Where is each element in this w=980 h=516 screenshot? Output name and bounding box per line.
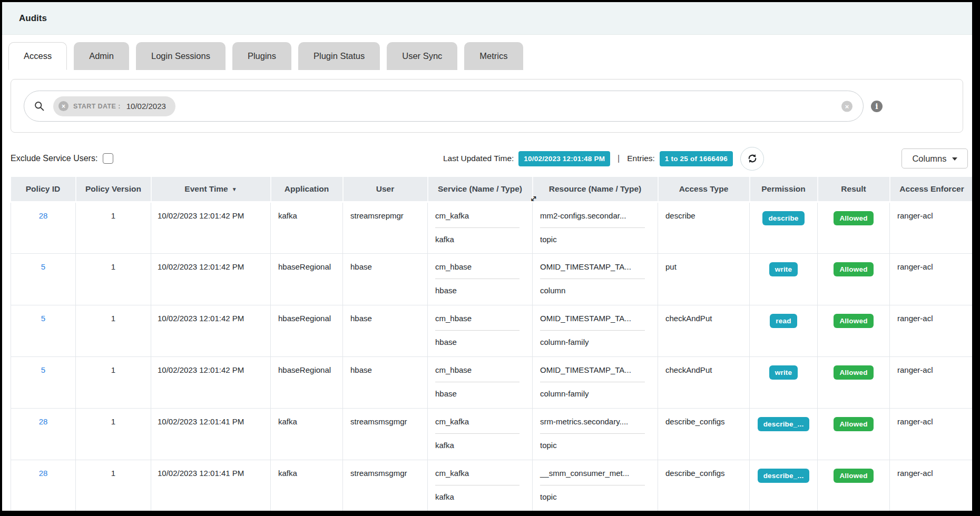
policy-version-cell: 1 [76,202,151,253]
search-panel: × START DATE : 10/02/2023 × i [11,79,963,133]
result-badge: Allowed [834,365,873,380]
tab-access[interactable]: Access [8,42,67,70]
resource-type: column-family [540,389,652,398]
policy-version-cell: 1 [76,460,151,511]
policy-version-cell: 1 [76,356,151,408]
exclude-service-users-label: Exclude Service Users: [11,154,97,163]
column-header-policy-id[interactable]: Policy ID [11,177,76,202]
access-enforcer-cell: ranger-acl [890,305,973,356]
columns-button[interactable]: Columns [901,148,968,168]
access-enforcer-cell: ranger-acl [890,408,973,460]
exclude-service-users-checkbox[interactable] [103,153,113,164]
user-cell: hbase [343,253,428,305]
service-divider [435,485,520,485]
result-badge-cell: Allowed [818,408,890,460]
audits-page: Audits AccessAdminLogin SessionsPluginsP… [2,2,972,511]
tab-admin[interactable]: Admin [74,42,129,70]
page-header-band: Audits [2,2,972,35]
info-icon[interactable]: i [871,101,883,112]
tag-remove-icon[interactable]: × [58,101,68,111]
service-divider [435,330,520,331]
tab-plugin-status[interactable]: Plugin Status [298,42,380,70]
user-cell: streamsrepmgr [343,202,428,253]
columns-button-label: Columns [912,154,946,164]
toolbar-right-group: Last Updated Time: 10/02/2023 12:01:48 P… [443,147,968,171]
permission-badge-cell: describe [750,202,818,253]
result-badge-cell: Allowed [818,202,890,253]
column-header-label: Resource (Name / Type) [549,184,641,193]
service-cell: cm_hbasehbase [428,356,533,408]
last-updated-badge: 10/02/2023 12:01:48 PM [518,151,610,166]
column-header-access-type[interactable]: Access Type [658,177,750,202]
resource-type: topic [540,235,652,244]
event-time-cell: 10/02/2023 12:01:42 PM [151,305,271,356]
filter-tag-label: START DATE : [73,103,121,110]
refresh-button[interactable] [740,147,764,171]
resource-type: topic [540,441,652,450]
column-header-permission[interactable]: Permission [750,177,818,202]
result-badge: Allowed [834,262,873,276]
permission-badge-cell: read [750,305,818,356]
column-header-access-enforcer[interactable]: Access Enforcer [890,177,973,202]
tab-login-sessions[interactable]: Login Sessions [136,42,226,70]
column-header-policy-version[interactable]: Policy Version [76,177,151,202]
policy-id-link[interactable]: 28 [39,211,48,220]
service-name: cm_kafka [435,211,527,220]
event-time-cell: 10/02/2023 12:01:42 PM [151,202,271,253]
tab-metrics[interactable]: Metrics [464,42,523,70]
column-header-label: Policy ID [26,184,60,193]
column-header-service-name-type[interactable]: Service (Name / Type) [428,177,533,202]
policy-id-link[interactable]: 28 [39,417,48,426]
service-cell: cm_kafkakafka [428,460,533,511]
column-header-event-time[interactable]: Event Time▼ [151,177,271,202]
column-header-result[interactable]: Result [818,177,890,202]
search-input[interactable]: × START DATE : 10/02/2023 × [24,91,864,122]
result-badge-cell: Allowed [818,305,890,356]
resource-name: mm2-configs.secondar... [540,211,652,220]
access-type-cell: put [658,253,750,305]
filter-tag-start-date[interactable]: × START DATE : 10/02/2023 [53,96,175,116]
resource-name: OMID_TIMESTAMP_TA... [540,365,652,374]
access-enforcer-cell: ranger-acl [890,253,973,305]
resource-cell: OMID_TIMESTAMP_TA...column-family [533,356,658,408]
user-cell: streamsmsgmgr [343,408,428,460]
resource-divider [540,485,645,485]
column-header-label: User [376,184,394,193]
service-name: cm_hbase [435,365,527,374]
service-cell: cm_hbasehbase [428,305,533,356]
table-row: 28110/02/2023 12:01:41 PMkafkastreamsmsg… [11,460,973,511]
access-enforcer-cell: ranger-acl [890,460,973,511]
refresh-icon [747,153,758,164]
filter-tag-value: 10/02/2023 [126,102,166,111]
tab-plugins[interactable]: Plugins [232,42,291,70]
column-header-user[interactable]: User [343,177,428,202]
service-cell: cm_kafkakafka [428,408,533,460]
result-badge: Allowed [834,211,873,225]
clear-search-icon[interactable]: × [841,101,852,112]
column-header-label: Access Type [679,184,729,193]
access-type-cell: describe [658,202,750,253]
table-row: 5110/02/2023 12:01:42 PMhbaseRegionalhba… [11,305,973,356]
table-row: 5110/02/2023 12:01:42 PMhbaseRegionalhba… [11,356,973,408]
access-enforcer-cell: ranger-acl [890,356,973,408]
resource-type: column [540,286,652,295]
service-cell: cm_hbasehbase [428,253,533,305]
audit-table: Policy IDPolicy VersionEvent Time▼Applic… [11,177,972,511]
service-divider [435,227,520,228]
policy-id-link[interactable]: 28 [39,469,48,478]
policy-id-link[interactable]: 5 [41,314,45,323]
policy-id-link[interactable]: 5 [41,262,45,271]
policy-id-link[interactable]: 5 [41,365,45,374]
resource-name: srm-metrics.secondary.... [540,417,652,426]
column-header-application[interactable]: Application [271,177,343,202]
column-header-label: Access Enforcer [899,184,964,193]
tab-user-sync[interactable]: User Sync [387,42,457,70]
resource-divider [540,433,645,434]
resource-cell: OMID_TIMESTAMP_TA...column-family [533,305,658,356]
application-cell: kafka [271,202,343,253]
table-row: 5110/02/2023 12:01:42 PMhbaseRegionalhba… [11,253,973,305]
user-cell: streamsmsgmgr [343,460,428,511]
policy-version-cell: 1 [76,408,151,460]
resource-cell: srm-metrics.secondary....topic [533,408,658,460]
column-header-resource-name-type[interactable]: Resource (Name / Type) [533,177,658,202]
